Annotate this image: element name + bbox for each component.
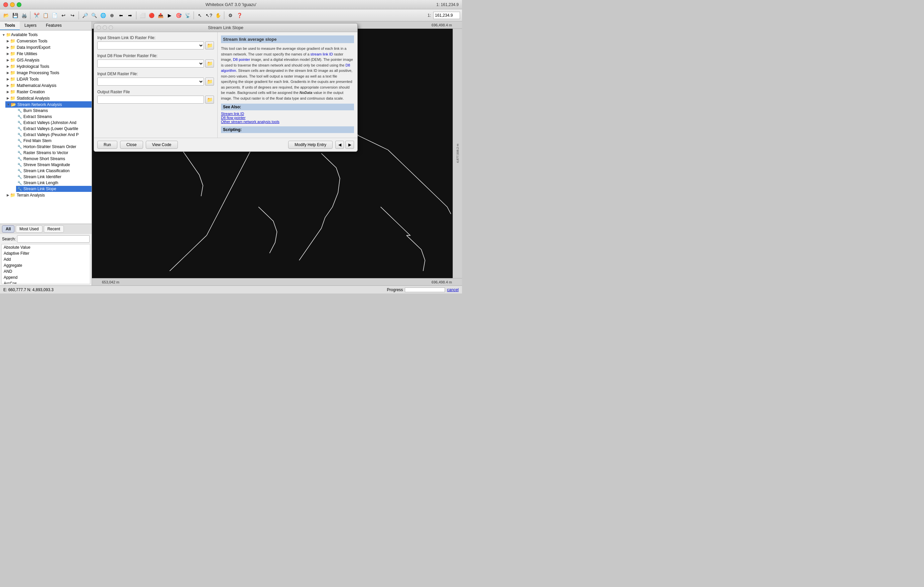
list-item-and[interactable]: AND <box>2 269 90 274</box>
pan-icon[interactable]: ✋ <box>214 12 222 20</box>
stream-link-id-browse[interactable]: 📁 <box>205 41 214 49</box>
settings-icon[interactable]: ⚙ <box>226 12 234 20</box>
help-icon[interactable]: ❓ <box>235 12 243 20</box>
stream-link-dialog: Stream Link Slope Input Stream Link ID R… <box>94 23 358 152</box>
list-item-adaptivefilter[interactable]: Adaptive Filter <box>2 251 90 256</box>
tool-stream-link-length[interactable]: 🔧 Stream Link Length <box>16 180 92 186</box>
zoom-out-icon[interactable]: 🔍 <box>90 12 98 20</box>
paste-icon[interactable]: 📄 <box>51 12 58 20</box>
next-nav-button[interactable]: ▶ <box>345 141 354 149</box>
titlebar-buttons[interactable] <box>3 2 21 7</box>
link-d8-pointer[interactable]: D8 pointer <box>233 58 250 61</box>
remove-icon[interactable]: 🔴 <box>147 12 155 20</box>
new-map-icon[interactable]: ⬜ <box>139 12 147 20</box>
tab-layers[interactable]: Layers <box>20 21 41 30</box>
open-icon[interactable]: 📂 <box>2 12 10 20</box>
tree-root[interactable]: ▼ 📁 Available Tools <box>0 32 92 38</box>
coord-display: 1: 161,234.9 <box>436 2 459 7</box>
help-cursor-icon[interactable]: ↖? <box>205 12 213 20</box>
full-extent-icon[interactable]: ⊕ <box>108 12 116 20</box>
prev-nav-button[interactable]: ◀ <box>335 141 344 149</box>
dataimport-arrow: ▶ <box>7 45 9 49</box>
tree-item-hydrological[interactable]: ▶ 📁 Hydrological Tools <box>5 63 92 69</box>
globe-icon[interactable]: 🌐 <box>99 12 107 20</box>
tool-extract-valleys-peucker[interactable]: 🔧 Extract Valleys (Peucker And P <box>16 132 92 138</box>
tree-item-streamnetwork[interactable]: ▼ 📂 Stream Network Analysis <box>5 101 92 108</box>
save-icon[interactable]: 💾 <box>11 12 19 20</box>
close-button[interactable] <box>3 2 8 7</box>
view-code-button[interactable]: View Code <box>146 141 178 149</box>
search-input[interactable] <box>17 235 89 243</box>
streamnetwork-label: Stream Network Analysis <box>17 102 62 107</box>
list-item-aggregate[interactable]: Aggregate <box>2 262 90 269</box>
tool-raster-streams-vector[interactable]: 🔧 Raster Streams to Vector <box>16 150 92 156</box>
print-icon[interactable]: 🖨️ <box>20 12 28 20</box>
cursor-icon[interactable]: ↖ <box>196 12 204 20</box>
tab-features[interactable]: Features <box>41 21 66 30</box>
dem-browse[interactable]: 📁 <box>205 77 214 86</box>
forward-icon[interactable]: ➡ <box>126 12 134 20</box>
export-icon[interactable]: 📤 <box>157 12 165 20</box>
see-also-stream-link-id[interactable]: Stream link ID <box>221 112 354 115</box>
tree-item-mathanalysis[interactable]: ▶ 📁 Mathematical Analysis <box>5 82 92 89</box>
tool-burn-streams[interactable]: 🔧 Burn Streams <box>16 108 92 114</box>
search-tab-mostused[interactable]: Most Used <box>16 225 42 232</box>
tree-item-dataimport[interactable]: ▶ 📁 Data Import/Export <box>5 44 92 51</box>
tree-item-terrain[interactable]: ▶ 📁 Terrain Analysis <box>5 192 92 198</box>
play-icon[interactable]: ▶ <box>165 12 173 20</box>
cancel-button[interactable]: cancel <box>447 287 459 292</box>
scale-input[interactable] <box>433 12 460 19</box>
output-browse[interactable]: 📁 <box>205 96 214 104</box>
tree-item-fileutilities[interactable]: ▶ 📁 File Utilities <box>5 51 92 57</box>
dialog-max-btn[interactable] <box>109 25 113 30</box>
list-item-add[interactable]: Add <box>2 256 90 262</box>
tree-item-conversion[interactable]: ▶ 📁 Conversion Tools <box>5 38 92 44</box>
dialog-min-btn[interactable] <box>102 25 107 30</box>
d8-flow-dropdown[interactable] <box>97 59 204 68</box>
zoom-in-icon[interactable]: 🔎 <box>81 12 89 20</box>
modify-help-button[interactable]: Modify Help Entry <box>288 141 333 149</box>
tool-find-main-stem[interactable]: 🔧 Find Main Stem <box>16 138 92 144</box>
tree-item-rastercreation[interactable]: ▶ 📁 Raster Creation <box>5 89 92 95</box>
tool-stream-link-classification[interactable]: 🔧 Stream Link Classification <box>16 168 92 174</box>
link-stream-link-id[interactable]: stream link ID <box>310 52 333 56</box>
output-input[interactable] <box>97 96 204 104</box>
stream-link-id-dropdown[interactable] <box>97 41 204 49</box>
dialog-titlebar: Stream Link Slope <box>94 23 357 32</box>
cut-icon[interactable]: ✂️ <box>33 12 40 20</box>
redo-icon[interactable]: ↪ <box>69 12 77 20</box>
radio-icon[interactable]: 📡 <box>183 12 191 20</box>
minimize-button[interactable] <box>10 2 15 7</box>
search-tab-recent[interactable]: Recent <box>44 225 64 232</box>
dem-dropdown[interactable] <box>97 77 204 86</box>
search-tab-all[interactable]: All <box>2 225 14 232</box>
undo-icon[interactable]: ↩ <box>59 12 68 20</box>
tool-stream-link-identifier[interactable]: 🔧 Stream Link Identifier <box>16 174 92 180</box>
tool-extract-valleys-johnston[interactable]: 🔧 Extract Valleys (Johnston And <box>16 120 92 126</box>
close-button[interactable]: Close <box>120 141 143 149</box>
list-item-append[interactable]: Append <box>2 274 90 280</box>
d8-flow-browse[interactable]: 📁 <box>205 59 214 68</box>
tab-tools[interactable]: Tools <box>0 21 20 30</box>
run-button[interactable]: Run <box>97 141 117 149</box>
list-item-absolutevalue[interactable]: Absolute Value <box>2 244 90 251</box>
copy-icon[interactable]: 📋 <box>41 12 50 20</box>
link-d8-algorithm[interactable]: D8 algorithm <box>221 63 350 73</box>
tool-remove-short-streams[interactable]: 🔧 Remove Short Streams <box>16 156 92 162</box>
tool-extract-valleys-lower[interactable]: 🔧 Extract Valleys (Lower Quartile <box>16 126 92 132</box>
tree-item-imageprocessing[interactable]: ▶ 📁 Image Processing Tools <box>5 69 92 76</box>
tool-shreve-magnitude[interactable]: 🔧 Shreve Stream Magnitude <box>16 162 92 168</box>
see-also-other-tools[interactable]: Other stream network analysis tools <box>221 120 354 124</box>
maximize-button[interactable] <box>17 2 21 7</box>
tool-horton-strahler[interactable]: 🔧 Horton-Strahler Stream Order <box>16 144 92 150</box>
tree-item-lidar[interactable]: ▶ 📁 LiDAR Tools <box>5 76 92 82</box>
tool-stream-link-slope[interactable]: 🔧 Stream Link Slope <box>16 186 92 192</box>
locate-icon[interactable]: 🎯 <box>175 12 183 20</box>
tool-extract-streams[interactable]: 🔧 Extract Streams <box>16 114 92 120</box>
see-also-d8-flow[interactable]: D8 flow pointer <box>221 115 354 120</box>
back-icon[interactable]: ⬅ <box>117 12 125 20</box>
tree-item-statistical[interactable]: ▶ 📁 Statistical Analysis <box>5 95 92 101</box>
tree-item-gisanalysis[interactable]: ▶ 📁 GIS Analysis <box>5 57 92 63</box>
dialog-close-btn[interactable] <box>97 25 101 30</box>
list-item-arccos[interactable]: ArcCos <box>2 280 90 284</box>
